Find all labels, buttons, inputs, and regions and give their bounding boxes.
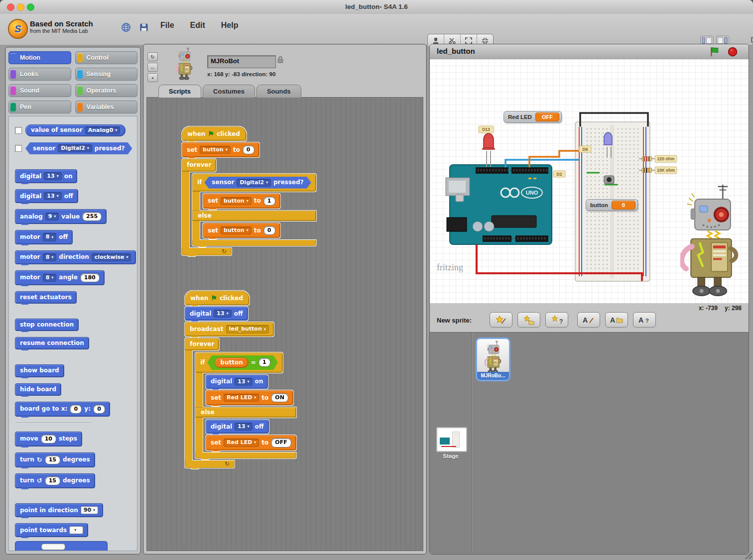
text-sprite-paint-button[interactable]: A	[577, 312, 600, 328]
surprise-sprite-button[interactable]: ?	[545, 312, 568, 328]
block-dropdown[interactable]: Digital2▾	[58, 144, 92, 152]
block-else[interactable]: else	[192, 211, 316, 221]
block-stack[interactable]: hide board	[15, 383, 61, 396]
variable-watcher-red-led[interactable]: Red LED OFF	[503, 111, 562, 123]
block-input[interactable]: 0	[70, 405, 82, 414]
block-dropdown[interactable]: ▾	[69, 526, 83, 534]
text-sprite-random-button[interactable]: A ?	[633, 312, 656, 328]
block-dropdown[interactable]: 13▾	[235, 378, 252, 386]
block-stack[interactable]: board go to x:0y:0	[15, 402, 110, 417]
block-input[interactable]: 15	[45, 476, 60, 485]
block-dropdown[interactable]: 13▾	[235, 423, 252, 431]
tab-sounds[interactable]: Sounds	[256, 85, 301, 98]
block-c-foot[interactable]: ↻	[182, 248, 232, 255]
block-reporter[interactable]: button	[215, 357, 248, 368]
block-stack[interactable]: digital13▾on	[15, 169, 77, 183]
zoom-window-button[interactable]	[27, 3, 34, 11]
block-dropdown[interactable]: 13▾	[44, 172, 61, 180]
scripts-canvas[interactable]: when⚑clickedsetbutton▾to0foreverifsensor…	[146, 97, 423, 551]
variable-watcher-button[interactable]: button 0	[586, 199, 638, 211]
block-dropdown[interactable]: Digital2▾	[237, 179, 271, 187]
text-sprite-file-button[interactable]: A	[605, 312, 628, 328]
block-input[interactable]: 255	[82, 212, 102, 221]
category-pen[interactable]: Pen	[8, 101, 71, 113]
category-sound[interactable]: Sound	[8, 84, 71, 97]
block-stack[interactable]: reset actuators	[15, 291, 77, 304]
block-input[interactable]: 1	[258, 358, 270, 367]
block-c-foot[interactable]	[192, 240, 316, 246]
tab-scripts[interactable]: Scripts	[158, 85, 201, 98]
block-dropdown[interactable]: 9▾	[45, 213, 59, 221]
block-dropdown[interactable]: led_button▾	[226, 325, 269, 333]
palette-partial-block[interactable]	[15, 541, 108, 551]
language-button[interactable]	[120, 21, 132, 34]
block-c-head[interactable]: forever	[185, 338, 219, 350]
block-c-foot[interactable]	[195, 452, 296, 458]
block-input[interactable]: 15	[45, 455, 60, 464]
block-boolean[interactable]: sensorDigital2▾pressed?	[25, 142, 132, 154]
watcher-checkbox[interactable]	[15, 127, 22, 134]
save-button[interactable]	[137, 21, 150, 34]
presentation-mode-button[interactable]	[749, 35, 753, 46]
close-window-button[interactable]	[7, 3, 14, 11]
block-c-head[interactable]: ifsensorDigital2▾pressed?	[192, 174, 316, 192]
block-input[interactable]: 0	[263, 226, 275, 235]
block-reporter[interactable]: value of sensorAnalog0▾	[25, 124, 126, 136]
block-input[interactable]: 1	[263, 197, 275, 206]
block-dropdown[interactable]: 90▾	[81, 506, 98, 514]
open-sprite-file-button[interactable]	[517, 312, 540, 328]
block-input[interactable]: 10	[41, 435, 56, 444]
block-dropdown[interactable]: button▾	[221, 197, 251, 205]
block-input[interactable]: 180	[80, 273, 100, 282]
block-stack[interactable]: setbutton▾to1	[203, 194, 280, 209]
watcher-checkbox[interactable]	[15, 145, 22, 152]
minimize-window-button[interactable]	[17, 3, 24, 11]
block-c-foot[interactable]: ↻	[185, 460, 235, 468]
block-dropdown[interactable]: 13▾	[214, 310, 231, 318]
block-dropdown[interactable]: button▾	[200, 146, 231, 154]
rotate-style-button[interactable]: ↻	[147, 52, 158, 61]
menu-edit[interactable]: Edit	[190, 21, 205, 30]
block-stack[interactable]: motor8▾directionclockwise▾	[15, 250, 136, 264]
sprite-item-mjrobot[interactable]: MJRoBo...	[476, 337, 510, 381]
category-operators[interactable]: Operators	[75, 84, 138, 97]
no-rotate-style-button[interactable]: ▪	[147, 73, 158, 82]
block-input[interactable]: 0	[243, 145, 254, 154]
block-stack[interactable]: setbutton▾to0	[203, 223, 280, 238]
block-dropdown[interactable]: Red LED▾	[224, 439, 259, 447]
block-boolean[interactable]: sensorDigital2▾pressed?	[204, 177, 311, 189]
script-stack[interactable]: when⚑clickedsetbutton▾to0foreverifsensor…	[182, 126, 316, 255]
block-stack[interactable]: turn↺15degrees	[15, 473, 95, 488]
stage-thumbnail[interactable]	[436, 427, 467, 452]
block-stack[interactable]: digital13▾off	[185, 307, 248, 321]
robot-sprite[interactable]	[680, 184, 744, 297]
block-stack[interactable]: show board	[15, 364, 64, 377]
block-stack[interactable]: digital13▾on	[206, 375, 268, 389]
block-stack[interactable]: digital13▾off	[206, 420, 269, 434]
green-flag-button[interactable]	[710, 47, 720, 57]
block-dropdown[interactable]: 8▾	[43, 253, 57, 261]
block-dropdown[interactable]: button▾	[221, 226, 251, 234]
block-c-head[interactable]: forever	[182, 159, 216, 171]
block-stack[interactable]: motor8▾off	[15, 230, 73, 244]
block-dropdown[interactable]: Analog0▾	[85, 126, 121, 134]
block-input[interactable]: ON	[271, 393, 288, 402]
menu-help[interactable]: Help	[221, 21, 239, 30]
left-right-style-button[interactable]: ↔	[147, 63, 158, 72]
block-stack[interactable]: broadcastled_button▾	[185, 322, 274, 336]
block-hat[interactable]: when⚑clicked	[182, 126, 247, 141]
block-dropdown[interactable]: clockwise▾	[92, 253, 131, 261]
category-motion[interactable]: Motion	[8, 51, 71, 64]
block-stack[interactable]: move10steps	[15, 432, 82, 447]
block-dropdown[interactable]: 8▾	[43, 233, 57, 241]
block-stack[interactable]: point in direction90▾	[15, 503, 103, 517]
block-dropdown[interactable]: 13▾	[44, 192, 61, 200]
block-stack[interactable]: setbutton▾to0	[182, 142, 259, 157]
category-sensing[interactable]: Sensing	[75, 68, 138, 81]
stop-button[interactable]	[728, 47, 738, 57]
block-else[interactable]: else	[195, 407, 296, 418]
block-boolean[interactable]: button=1	[207, 355, 277, 370]
category-looks[interactable]: Looks	[8, 68, 71, 81]
block-stack[interactable]: motor8▾angle180	[15, 270, 105, 285]
block-stack[interactable]: setRed LED▾toOFF	[206, 435, 296, 450]
